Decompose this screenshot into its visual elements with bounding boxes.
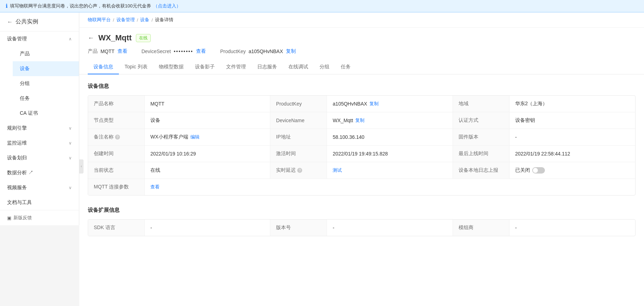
device-info-section-title: 设备信息 (88, 83, 636, 90)
sidebar-item-video-service[interactable]: 视频服务 ∨ (0, 180, 79, 195)
sidebar-item-tasks[interactable]: 任务 (13, 91, 79, 106)
value-region: 华东2（上海） (510, 96, 635, 112)
label-sdk-lang: SDK 语言 (88, 220, 145, 236)
value-realtime-delay: 测试 (327, 162, 453, 178)
sidebar-item-label: 设备 (20, 66, 30, 72)
meta-row: 产品 MQTT 查看 DeviceSecret •••••••• 查看 Prod… (88, 48, 636, 60)
label-firmware: 固件版本 (453, 129, 510, 145)
page-back-button[interactable]: ← (88, 34, 94, 42)
sidebar-group-device-management: 设备管理 ∧ 产品 设备 分组 任务 (0, 32, 79, 121)
table-row: MQTT 连接参数 查看 (88, 179, 635, 195)
tab-thing-model[interactable]: 物模型数据 (153, 60, 189, 74)
breadcrumb-iot-platform[interactable]: 物联网平台 (88, 17, 111, 23)
meta-product-key-value: a105QHvNBAX (249, 49, 283, 54)
value-product-name: MQTT (145, 96, 270, 112)
chevron-up-icon: ∧ (69, 36, 72, 41)
banner-text: 填写物联网平台满意度问卷，说出您的心声，有机会收获100元代金券 (10, 3, 151, 9)
label-version: 版本号 (270, 220, 327, 236)
tabs-bar: 设备信息 Topic 列表 物模型数据 设备影子 文件管理 日志服务 在线调试 … (79, 60, 644, 74)
tab-device-shadow[interactable]: 设备影子 (189, 60, 220, 74)
sidebar-item-label: CA 证书 (20, 110, 38, 117)
sidebar-item-label: 任务 (20, 95, 30, 102)
sidebar-item-groups[interactable]: 分组 (13, 76, 79, 91)
tab-file-mgmt[interactable]: 文件管理 (220, 60, 252, 74)
chevron-down-icon: ∨ (69, 141, 72, 146)
value-mqtt-params: 查看 (145, 179, 635, 195)
local-log-toggle[interactable] (532, 167, 545, 174)
sidebar-item-docs-tools[interactable]: 文档与工具 (0, 195, 79, 210)
sidebar-group-label: 设备管理 (7, 36, 27, 42)
sidebar-item-data-analysis[interactable]: 数据分析 ↗ (0, 165, 79, 180)
table-row: 产品名称 MQTT ProductKey a105QHvNBAX 复制 地域 华… (88, 96, 635, 112)
sidebar-item-label: 设备划归 (7, 155, 27, 161)
label-product-name: 产品名称 (88, 96, 145, 112)
remark-edit-btn[interactable]: 编辑 (190, 134, 200, 140)
sidebar-item-products[interactable]: 产品 (13, 46, 79, 61)
top-banner: ℹ 填写物联网平台满意度问卷，说出您的心声，有机会收获100元代金券 （点击进入… (0, 0, 644, 12)
tab-topic-list[interactable]: Topic 列表 (119, 60, 153, 74)
realtime-delay-tip-icon[interactable]: ? (297, 168, 302, 173)
breadcrumb-devices[interactable]: 设备 (140, 17, 149, 23)
value-last-online-time: 2022/01/19 22:58:44.112 (510, 146, 635, 162)
page-title-row: ← WX_Mqtt 在线 (88, 33, 636, 42)
tab-online-debug[interactable]: 在线调试 (283, 60, 314, 74)
table-row: 备注名称 ? WX小程序客户端 编辑 IP地址 58.100.36.140 固件… (88, 129, 635, 146)
realtime-delay-test-link[interactable]: 测试 (333, 167, 342, 174)
table-row: SDK 语言 - 版本号 - 模组商 - (88, 220, 635, 236)
productkey-copy-btn[interactable]: 复制 (369, 101, 379, 107)
label-ip: IP地址 (270, 129, 327, 145)
label-node-type: 节点类型 (88, 112, 145, 129)
sidebar: ← 公共实例 设备管理 ∧ 产品 设备 (0, 12, 79, 225)
sidebar-item-device-management[interactable]: 设备管理 ∧ (0, 32, 79, 46)
sidebar-item-label: 文档与工具 (7, 199, 32, 206)
tab-group[interactable]: 分组 (314, 60, 335, 74)
breadcrumb-device-mgmt[interactable]: 设备管理 (116, 17, 135, 23)
value-firmware: - (510, 129, 635, 145)
sidebar-item-ca-cert[interactable]: CA 证书 (13, 106, 79, 121)
sidebar-footer-feedback[interactable]: ▣ 新版反馈 (0, 210, 79, 225)
mqtt-params-view-link[interactable]: 查看 (150, 184, 160, 190)
meta-product-key-label: ProductKey (220, 49, 246, 54)
content-body: 设备信息 产品名称 MQTT ProductKey a105QHvNBAX 复制… (79, 74, 644, 306)
value-remark: WX小程序客户端 编辑 (145, 129, 270, 145)
sidebar-item-device-assign[interactable]: 设备划归 ∨ (0, 151, 79, 165)
label-current-status: 当前状态 (88, 162, 145, 178)
meta-product: 产品 MQTT 查看 (88, 48, 127, 55)
tab-task[interactable]: 任务 (335, 60, 356, 74)
value-devicename: WX_Mqtt 复制 (327, 112, 453, 129)
label-create-time: 创建时间 (88, 146, 145, 162)
label-devicename: DeviceName (270, 112, 327, 129)
page-header: ← WX_Mqtt 在线 产品 MQTT 查看 DeviceSecret •••… (79, 28, 644, 60)
meta-product-key: ProductKey a105QHvNBAX 复制 (220, 48, 296, 55)
sidebar-item-monitor[interactable]: 监控运维 ∨ (0, 136, 79, 151)
value-productkey: a105QHvNBAX 复制 (327, 96, 453, 112)
sidebar-title: 公共实例 (16, 18, 38, 26)
table-row: 创建时间 2022/01/19 10:16:29 激活时间 2022/01/19… (88, 146, 635, 162)
product-key-copy-link[interactable]: 复制 (286, 48, 296, 55)
chevron-down-icon: ∨ (69, 155, 72, 160)
sidebar-collapse-handle[interactable]: ‹ (79, 159, 84, 174)
value-version: - (327, 220, 453, 236)
feedback-icon: ▣ (7, 215, 11, 221)
remark-tip-icon[interactable]: ? (115, 135, 120, 140)
label-productkey: ProductKey (270, 96, 327, 112)
value-sdk-lang: - (145, 220, 270, 236)
chevron-down-icon: ∨ (69, 126, 72, 131)
value-current-status: 在线 (145, 162, 270, 178)
sidebar-back-arrow[interactable]: ← (7, 19, 13, 25)
tab-log-service[interactable]: 日志服务 (252, 60, 283, 74)
tab-device-info[interactable]: 设备信息 (88, 60, 119, 74)
sidebar-item-rule-engine[interactable]: 规则引擎 ∨ (0, 121, 79, 136)
productkey-text: a105QHvNBAX (333, 101, 367, 107)
banner-link[interactable]: （点击进入） (153, 3, 181, 9)
device-secret-view-link[interactable]: 查看 (196, 48, 206, 55)
sidebar-header[interactable]: ← 公共实例 (0, 12, 79, 32)
devicename-copy-btn[interactable]: 复制 (355, 117, 364, 124)
sidebar-item-label: 视频服务 (7, 185, 27, 191)
table-row: 当前状态 在线 实时延迟 ? 测试 设备本地日志上报 已关闭 (88, 162, 635, 179)
meta-product-label: 产品 (88, 48, 98, 55)
feedback-label: 新版反馈 (13, 215, 32, 221)
remark-text: WX小程序客户端 (150, 134, 188, 140)
product-view-link[interactable]: 查看 (117, 48, 127, 55)
sidebar-item-devices[interactable]: 设备 (13, 61, 79, 76)
